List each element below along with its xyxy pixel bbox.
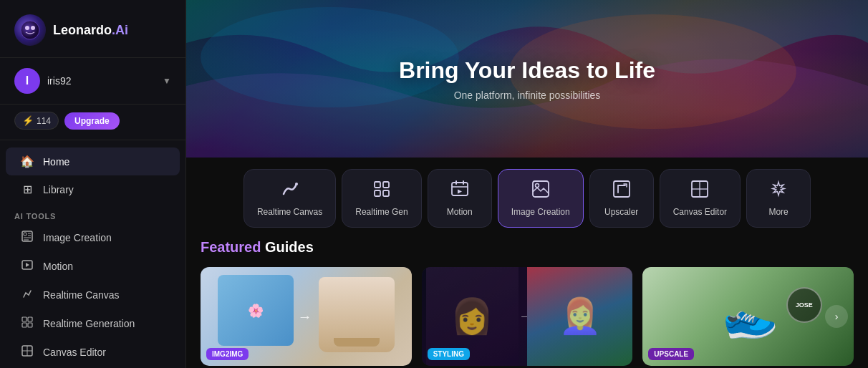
featured-title-rest: Guides — [261, 239, 313, 255]
sidebar-item-realtime-gen-label: Realtime Generation — [43, 318, 135, 329]
tool-motion[interactable]: Motion — [428, 169, 492, 228]
card-badge-shoe: Upscale — [648, 348, 694, 360]
canvas-editor-icon — [20, 345, 34, 359]
upscaler-tool-icon — [612, 180, 631, 203]
more-tool-icon — [769, 180, 788, 203]
featured-section: Featured Guides 🌸 → img2img — [186, 239, 868, 368]
sidebar-nav: 🏠 Home ⊞ Library AI Tools Image Creation — [0, 140, 185, 368]
svg-marker-29 — [458, 190, 462, 194]
guide-card-woman[interactable]: 👩 → 👩‍🦰 Styling — [422, 267, 633, 366]
tool-upscaler-label: Upscaler — [604, 207, 638, 217]
credits-icon: ⚡ — [22, 115, 34, 126]
chevron-down-icon: ▼ — [163, 76, 171, 86]
sidebar-item-library-label: Library — [43, 184, 74, 195]
sidebar: Leonardo.Ai I iris92 ▼ ⚡ 114 Upgrade 🏠 H… — [0, 0, 186, 368]
tool-canvas-editor[interactable]: Canvas Editor — [660, 169, 741, 228]
sidebar-item-home-label: Home — [43, 156, 69, 168]
svg-rect-25 — [452, 183, 468, 195]
upgrade-button[interactable]: Upgrade — [64, 112, 120, 130]
guide-card-coffee[interactable]: 🌸 → img2img — [201, 267, 412, 366]
svg-rect-13 — [22, 323, 26, 327]
sidebar-item-image-creation[interactable]: Image Creation — [6, 223, 180, 252]
sidebar-item-realtime-canvas-label: Realtime Canvas — [43, 289, 120, 301]
sidebar-item-motion-label: Motion — [43, 261, 73, 272]
image-creation-tool-icon — [531, 180, 550, 203]
svg-rect-32 — [614, 181, 630, 197]
motion-icon — [20, 259, 34, 273]
cards-row: 🌸 → img2img 👩 — [201, 267, 854, 366]
svg-rect-12 — [28, 317, 32, 321]
realtime-canvas-tool-icon — [281, 180, 299, 203]
sidebar-item-canvas-editor[interactable]: Canvas Editor — [6, 338, 180, 367]
guide-card-shoe[interactable]: 👟 JOSE Upscale — [642, 267, 854, 366]
realtime-canvas-icon — [20, 288, 34, 302]
canvas-editor-tool-icon — [690, 180, 709, 203]
tool-image-creation[interactable]: Image Creation — [498, 169, 584, 228]
card-badge-woman: Styling — [428, 348, 470, 360]
main-content: Bring Your Ideas to Life One platform, i… — [186, 0, 868, 368]
realtime-gen-tool-icon — [372, 180, 391, 203]
sidebar-item-motion[interactable]: Motion — [6, 252, 180, 281]
credits-area: ⚡ 114 Upgrade — [0, 105, 185, 140]
card-badge-coffee: img2img — [206, 348, 249, 360]
tool-canvas-editor-label: Canvas Editor — [673, 207, 727, 217]
featured-title: Featured Guides — [201, 239, 854, 256]
svg-point-0 — [21, 21, 39, 39]
credits-count: 114 — [37, 116, 51, 126]
hero-title: Bring Your Ideas to Life — [399, 57, 655, 84]
ai-tools-section-title: AI Tools — [0, 203, 185, 223]
logo-icon — [14, 14, 46, 46]
motion-tool-icon — [450, 180, 469, 203]
cards-wrapper: 🌸 → img2img 👩 — [201, 267, 854, 366]
scroll-right-arrow[interactable]: › — [825, 305, 848, 328]
tool-motion-label: Motion — [447, 207, 473, 217]
sidebar-item-image-creation-label: Image Creation — [43, 232, 112, 243]
tool-more-label: More — [768, 207, 788, 217]
svg-rect-21 — [375, 182, 380, 188]
home-icon: 🏠 — [20, 155, 34, 168]
svg-rect-24 — [383, 190, 389, 196]
svg-rect-22 — [383, 182, 389, 188]
tools-row: Realtime Canvas Realtime Gen — [186, 158, 868, 239]
svg-marker-10 — [26, 263, 29, 267]
tool-realtime-gen-label: Realtime Gen — [355, 207, 408, 217]
tool-realtime-canvas-label: Realtime Canvas — [257, 207, 322, 217]
svg-point-2 — [31, 26, 35, 30]
library-icon: ⊞ — [20, 183, 34, 196]
svg-rect-4 — [24, 233, 26, 236]
image-creation-icon — [20, 231, 34, 245]
realtime-gen-icon — [20, 316, 34, 331]
hero-banner: Bring Your Ideas to Life One platform, i… — [186, 0, 868, 158]
sidebar-item-library[interactable]: ⊞ Library — [6, 175, 180, 203]
tool-image-creation-label: Image Creation — [511, 207, 570, 217]
hero-subtitle: One platform, infinite possibilities — [454, 89, 601, 101]
svg-point-1 — [25, 26, 29, 30]
user-area[interactable]: I iris92 ▼ — [0, 58, 185, 105]
svg-point-20 — [295, 183, 298, 185]
tool-more[interactable]: More — [746, 169, 811, 228]
svg-rect-11 — [22, 317, 26, 321]
avatar: I — [14, 68, 40, 94]
svg-point-31 — [535, 184, 539, 188]
sidebar-item-canvas-editor-label: Canvas Editor — [43, 347, 106, 358]
sidebar-item-realtime-canvas[interactable]: Realtime Canvas — [6, 281, 180, 309]
tool-upscaler[interactable]: Upscaler — [589, 169, 654, 228]
username: iris92 — [47, 75, 155, 87]
logo-text: Leonardo.Ai — [53, 23, 128, 38]
credits-badge: ⚡ 114 — [14, 112, 59, 130]
svg-rect-14 — [28, 323, 32, 327]
sidebar-item-home[interactable]: 🏠 Home — [6, 147, 180, 175]
featured-title-highlight: Featured — [201, 239, 261, 255]
tool-realtime-canvas[interactable]: Realtime Canvas — [243, 169, 336, 228]
logo-area: Leonardo.Ai — [0, 0, 185, 58]
tool-realtime-gen[interactable]: Realtime Gen — [342, 169, 421, 228]
svg-rect-23 — [375, 190, 380, 196]
sidebar-item-realtime-generation[interactable]: Realtime Generation — [6, 309, 180, 338]
